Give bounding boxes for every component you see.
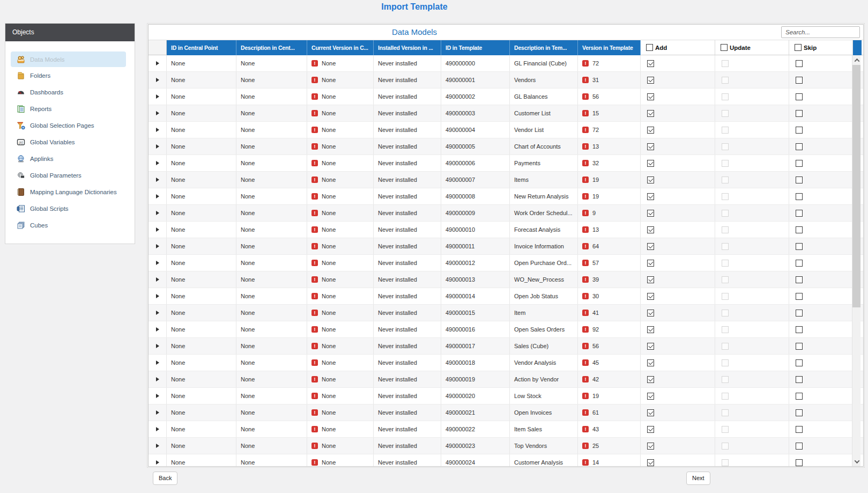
sidebar-item-dashboards[interactable]: Dashboards (5, 84, 135, 100)
add-checkbox[interactable] (647, 393, 654, 400)
expand-arrow-icon[interactable] (156, 178, 159, 182)
add-checkbox[interactable] (647, 459, 654, 466)
expand-arrow-icon[interactable] (156, 377, 159, 381)
update-checkbox[interactable] (722, 326, 729, 333)
expand-arrow-icon[interactable] (156, 144, 159, 149)
expand-arrow-icon[interactable] (156, 261, 159, 265)
add-checkbox[interactable] (647, 60, 654, 67)
skip-checkbox[interactable] (796, 127, 803, 134)
add-checkbox[interactable] (647, 409, 654, 416)
expand-arrow-icon[interactable] (156, 311, 159, 315)
update-select-all-checkbox[interactable] (721, 44, 728, 51)
skip-checkbox[interactable] (796, 343, 803, 350)
expand-arrow-icon[interactable] (156, 227, 159, 232)
add-checkbox[interactable] (647, 293, 654, 300)
add-checkbox[interactable] (647, 176, 654, 183)
skip-checkbox[interactable] (796, 260, 803, 267)
expand-arrow-icon[interactable] (156, 128, 159, 132)
update-checkbox[interactable] (722, 343, 729, 350)
skip-checkbox[interactable] (796, 326, 803, 333)
expand-arrow-icon[interactable] (156, 344, 159, 348)
skip-checkbox[interactable] (796, 393, 803, 400)
expand-arrow-icon[interactable] (156, 211, 159, 215)
update-checkbox[interactable] (722, 459, 729, 466)
expand-arrow-icon[interactable] (156, 460, 159, 465)
expand-arrow-icon[interactable] (156, 161, 159, 165)
skip-checkbox[interactable] (796, 210, 803, 217)
skip-checkbox[interactable] (796, 110, 803, 117)
skip-checkbox[interactable] (796, 160, 803, 167)
add-checkbox[interactable] (647, 443, 654, 450)
expand-arrow-icon[interactable] (156, 244, 159, 248)
expand-arrow-icon[interactable] (156, 61, 159, 65)
update-checkbox[interactable] (722, 393, 729, 400)
update-checkbox[interactable] (722, 193, 729, 200)
expand-arrow-icon[interactable] (156, 94, 159, 99)
expand-arrow-icon[interactable] (156, 360, 159, 365)
skip-checkbox[interactable] (796, 93, 803, 100)
update-checkbox[interactable] (722, 176, 729, 183)
skip-checkbox[interactable] (796, 426, 803, 433)
update-checkbox[interactable] (722, 276, 729, 283)
skip-checkbox[interactable] (796, 293, 803, 300)
update-checkbox[interactable] (722, 143, 729, 150)
expand-arrow-icon[interactable] (156, 277, 159, 282)
add-checkbox[interactable] (647, 193, 654, 200)
skip-checkbox[interactable] (796, 409, 803, 416)
update-checkbox[interactable] (722, 77, 729, 84)
skip-checkbox[interactable] (796, 243, 803, 250)
next-button[interactable]: Next (686, 472, 710, 485)
expand-arrow-icon[interactable] (156, 327, 159, 332)
update-checkbox[interactable] (722, 376, 729, 383)
add-checkbox[interactable] (647, 276, 654, 283)
skip-checkbox[interactable] (796, 443, 803, 450)
skip-checkbox[interactable] (796, 143, 803, 150)
expand-arrow-icon[interactable] (156, 394, 159, 398)
update-checkbox[interactable] (722, 160, 729, 167)
skip-checkbox[interactable] (796, 176, 803, 183)
update-checkbox[interactable] (722, 243, 729, 250)
expand-arrow-icon[interactable] (156, 427, 159, 431)
sidebar-item-global-parameters[interactable]: Global Parameters (5, 167, 135, 183)
add-checkbox[interactable] (647, 326, 654, 333)
add-checkbox[interactable] (647, 226, 654, 233)
update-checkbox[interactable] (722, 127, 729, 134)
skip-checkbox[interactable] (796, 359, 803, 366)
add-select-all-checkbox[interactable] (646, 44, 653, 51)
update-checkbox[interactable] (722, 210, 729, 217)
add-checkbox[interactable] (647, 93, 654, 100)
scroll-up-button[interactable] (852, 56, 861, 64)
skip-checkbox[interactable] (796, 276, 803, 283)
add-checkbox[interactable] (647, 143, 654, 150)
sidebar-item-global-variables[interactable]: (x) Global Variables (5, 134, 135, 150)
update-checkbox[interactable] (722, 426, 729, 433)
scrollbar-thumb[interactable] (852, 65, 860, 307)
update-checkbox[interactable] (722, 443, 729, 450)
add-checkbox[interactable] (647, 110, 654, 117)
add-checkbox[interactable] (647, 310, 654, 317)
sidebar-item-mapping-language-dictionaries[interactable]: Mapping Language Dictionaries (5, 183, 135, 200)
skip-checkbox[interactable] (796, 193, 803, 200)
expand-arrow-icon[interactable] (156, 78, 159, 82)
sidebar-item-folders[interactable]: Folders (5, 67, 135, 84)
skip-checkbox[interactable] (796, 310, 803, 317)
add-checkbox[interactable] (647, 77, 654, 84)
update-checkbox[interactable] (722, 359, 729, 366)
sidebar-item-reports[interactable]: Reports (5, 100, 135, 117)
add-checkbox[interactable] (647, 243, 654, 250)
add-checkbox[interactable] (647, 160, 654, 167)
add-checkbox[interactable] (647, 210, 654, 217)
skip-select-all-checkbox[interactable] (795, 44, 802, 51)
skip-checkbox[interactable] (796, 226, 803, 233)
skip-checkbox[interactable] (796, 376, 803, 383)
add-checkbox[interactable] (647, 359, 654, 366)
expand-arrow-icon[interactable] (156, 111, 159, 115)
sidebar-item-data-models[interactable]: Data Models (11, 51, 126, 67)
update-checkbox[interactable] (722, 409, 729, 416)
vertical-scrollbar[interactable] (852, 55, 860, 466)
update-checkbox[interactable] (722, 310, 729, 317)
expand-arrow-icon[interactable] (156, 410, 159, 415)
skip-checkbox[interactable] (796, 60, 803, 67)
search-input[interactable] (782, 27, 864, 38)
add-checkbox[interactable] (647, 260, 654, 267)
